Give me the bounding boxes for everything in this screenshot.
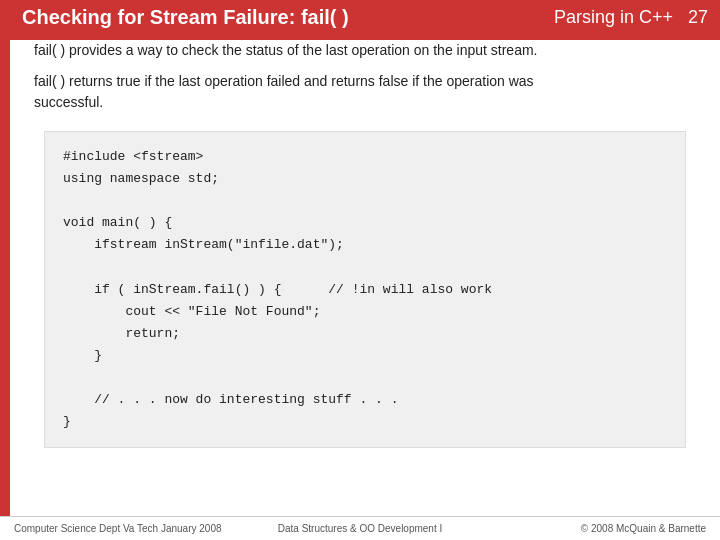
paragraph-1: fail( ) provides a way to check the stat… <box>34 40 696 61</box>
slide-title: Checking for Stream Failure: fail( ) <box>22 6 554 29</box>
code-block: #include <fstream> using namespace std; … <box>44 131 686 448</box>
slide-content: fail( ) provides a way to check the stat… <box>10 40 720 470</box>
footer-left: Computer Science Dept Va Tech January 20… <box>14 523 245 534</box>
footer-right: © 2008 McQuain & Barnette <box>475 523 706 534</box>
slide-number: 27 <box>688 7 708 27</box>
slide-topic-number: Parsing in C++ 27 <box>554 7 708 28</box>
red-accent-bar <box>0 0 10 540</box>
slide-topic: Parsing in C++ <box>554 7 673 27</box>
slide-container: Checking for Stream Failure: fail( ) Par… <box>0 0 720 540</box>
footer-center: Data Structures & OO Development I <box>245 523 476 534</box>
slide-header: Checking for Stream Failure: fail( ) Par… <box>10 0 720 40</box>
slide-footer: Computer Science Dept Va Tech January 20… <box>0 516 720 540</box>
paragraph-2: fail( ) returns true if the last operati… <box>34 71 696 113</box>
